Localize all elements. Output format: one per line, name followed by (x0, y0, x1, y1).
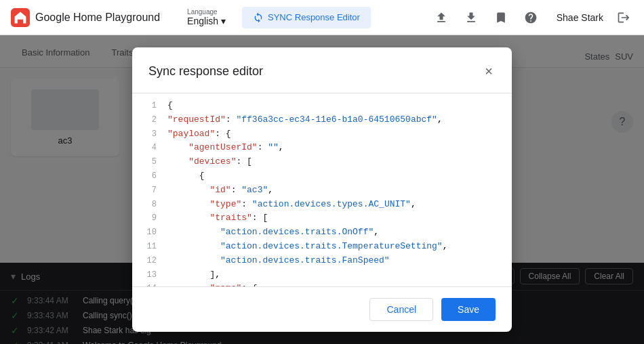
sync-response-editor-modal: Sync response editor × 1 { 2 "requestId"… (132, 47, 512, 332)
code-line-4: 4 "agentUserId": "", (132, 141, 512, 155)
language-value[interactable]: English ▾ (187, 16, 226, 26)
modal-header: Sync response editor × (132, 47, 512, 93)
download-icon-button[interactable] (462, 8, 481, 27)
modal-body[interactable]: 1 { 2 "requestId": "ff36a3cc-ec34-11e6-b… (132, 93, 512, 286)
upload-icon-button[interactable] (432, 8, 451, 27)
code-line-6: 6 { (132, 169, 512, 184)
logout-icon (617, 11, 630, 24)
bookmark-icon (494, 11, 508, 24)
modal-close-button[interactable]: × (482, 61, 496, 82)
cancel-button[interactable]: Cancel (369, 298, 433, 321)
code-line-14: 14 "name": { (132, 282, 512, 286)
home-icon (11, 8, 30, 27)
language-selector[interactable]: Language English ▾ (187, 8, 226, 26)
language-label: Language (187, 8, 218, 16)
app-header: Google Home Playground Language English … (0, 0, 644, 35)
sync-icon (253, 12, 264, 23)
code-line-1: 1 { (132, 99, 512, 113)
app-title: Google Home Playground (35, 12, 160, 24)
header-actions: Shae Stark (432, 8, 633, 27)
code-line-11: 11 "action.devices.traits.TemperatureSet… (132, 240, 512, 254)
code-line-5: 5 "devices": [ (132, 155, 512, 169)
upload-icon (435, 11, 448, 24)
logo-area: Google Home Playground (11, 8, 160, 27)
code-line-7: 7 "id": "ac3", (132, 184, 512, 198)
code-line-13: 13 ], (132, 268, 512, 282)
code-line-9: 9 "traits": [ (132, 211, 512, 225)
download-icon (464, 11, 478, 24)
code-editor[interactable]: 1 { 2 "requestId": "ff36a3cc-ec34-11e6-b… (132, 93, 512, 286)
sync-btn-label: SYNC Response Editor (268, 12, 360, 22)
chevron-down-icon: ▾ (221, 16, 226, 26)
modal-footer: Cancel Save (132, 286, 512, 332)
modal-title: Sync response editor (148, 64, 263, 79)
language-text: English (187, 16, 218, 26)
bookmark-icon-button[interactable] (491, 8, 510, 27)
code-line-3: 3 "payload": { (132, 127, 512, 142)
code-line-8: 8 "type": "action.devices.types.AC_UNIT"… (132, 198, 512, 212)
sync-response-editor-button[interactable]: SYNC Response Editor (242, 7, 371, 28)
code-line-2: 2 "requestId": "ff36a3cc-ec34-11e6-b1a0-… (132, 113, 512, 127)
user-name: Shae Stark (557, 12, 603, 23)
modal-overlay: Sync response editor × 1 { 2 "requestId"… (0, 35, 644, 344)
logout-icon-button[interactable] (614, 8, 633, 27)
save-button[interactable]: Save (441, 298, 496, 321)
code-line-10: 10 "action.devices.traits.OnOff", (132, 225, 512, 240)
main-content: Basic Information Traits Attributes Stat… (0, 35, 644, 344)
help-icon (524, 11, 538, 24)
help-icon-button[interactable] (521, 8, 540, 27)
code-line-12: 12 "action.devices.traits.FanSpeed" (132, 254, 512, 268)
